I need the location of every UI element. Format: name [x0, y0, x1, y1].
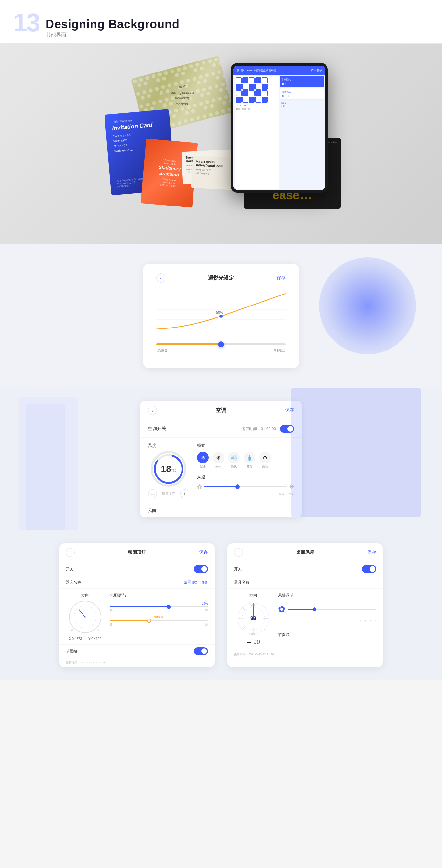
- topbar-title: PPFAR智慧楼盘销售系统: [247, 69, 276, 72]
- mode-fan[interactable]: 💨 送风: [228, 452, 240, 469]
- mode-auto-icon: ⚙: [259, 452, 271, 463]
- ceiling-light-card: ‹ 氛围顶灯 保存 开关 器具名称 氛围顶灯 修改 方向 N: [59, 544, 215, 668]
- ac-card-header: ‹ 空调 保存: [140, 401, 302, 421]
- mode-icons: ❄ 制冷 ☀ 制热 💨 送风 💧 除湿: [197, 452, 294, 469]
- ac-left-panel: 温度 18 °C — 添置温度 +: [148, 443, 189, 498]
- header-title-group: Designing Background 其他界面: [45, 18, 180, 38]
- ceiling-save-button[interactable]: 保存: [199, 550, 208, 555]
- slider-right-label: 明亮白: [274, 348, 286, 353]
- page-header: 13 Designing Background 其他界面: [0, 0, 442, 44]
- ceiling-header: ‹ 氛围顶灯 保存: [59, 544, 215, 562]
- fan-device-row: 器具名称: [227, 577, 383, 589]
- fan-direction-dial: 360 180 270 90 90: [235, 601, 271, 636]
- ceiling-device-edit[interactable]: 修改: [201, 580, 208, 585]
- blue-blob: [319, 257, 416, 354]
- mode-fan-icon: 💨: [228, 452, 240, 463]
- ceiling-device-value: 氛围顶灯: [184, 580, 199, 585]
- ipad-panel-2: 适宜挡式 ◉ ▢ ▢: [280, 88, 324, 100]
- fan-direction-label: 方向: [250, 593, 257, 598]
- brightness-slider-area[interactable]: 60% 暗 亮: [110, 602, 208, 613]
- mode-cool-label: 制冷: [200, 465, 206, 469]
- bright-right-label: 亮: [205, 609, 208, 613]
- fan-card: ‹ 桌面风扇 保存 开关 器具名称 方向: [227, 544, 383, 668]
- mode-auto[interactable]: ⚙ 自动: [259, 452, 271, 469]
- svg-line-15: [261, 607, 265, 610]
- fan-direction-svg: 360 180 270 90: [235, 601, 271, 636]
- ceiling-switch-toggle[interactable]: [194, 565, 208, 573]
- ac-power-label: 空调开关: [148, 426, 166, 432]
- save-button[interactable]: 保存: [277, 275, 286, 281]
- page-subtitle: 其他界面: [45, 32, 180, 38]
- ceiling-switch-label: 开关: [66, 566, 73, 572]
- temp-controls: — 添置温度 +: [148, 489, 189, 498]
- mode-heat-icon: ☀: [213, 452, 224, 463]
- ceiling-footer: 更新时间：2021-3-23 12:21:40: [59, 658, 215, 668]
- kelvin-track: [110, 620, 208, 621]
- ceiling-switch-row: 开关: [59, 562, 215, 577]
- ceiling-back-button[interactable]: ‹: [66, 548, 75, 557]
- fan-device-label: 器具名称: [234, 580, 250, 585]
- wind-speed-label: 风速: [197, 474, 294, 480]
- mode-dehumid[interactable]: 💧 除湿: [244, 452, 255, 469]
- hero-section: mailcorrespondencstationerymockup. Basic…: [0, 44, 442, 244]
- brightness-thumb: [167, 604, 171, 609]
- ipad-content: 233031 1000 · 2500 · 50 容积挡式 ▣ ▢ 适宜挡式 ◉ …: [233, 75, 325, 190]
- mode-cool[interactable]: ❄ 制冷: [197, 452, 209, 469]
- ac-card: ‹ 空调 保存 空调开关 运行时间：01:02:00 温度: [140, 401, 302, 518]
- slider-labels: 温馨黄 明亮白: [156, 348, 286, 353]
- kelvin-slider-area[interactable]: 3800K 暖 冷: [110, 616, 208, 627]
- fan-left: 方向: [234, 593, 273, 646]
- lighting-card: ‹ 遇悦光设定 保存 50%: [143, 264, 299, 368]
- ipad-panel-1: 容积挡式 ▣ ▢: [280, 76, 324, 87]
- topbar-dot-2: [241, 69, 244, 71]
- mode-fan-label: 送风: [231, 465, 237, 469]
- fan-header: ‹ 桌面风扇 保存: [227, 544, 383, 562]
- temp-arc-svg: [153, 453, 184, 485]
- ac-back-button[interactable]: ‹: [148, 406, 157, 415]
- mode-heat[interactable]: ☀ 制热: [213, 452, 224, 469]
- ac-power-toggle[interactable]: [280, 425, 294, 433]
- temp-minus-button[interactable]: —: [148, 489, 157, 498]
- mode-section: 模式 ❄ 制冷 ☀ 制热 💨 送风: [197, 443, 294, 469]
- wind-slider[interactable]: ✿ ❋: [197, 483, 294, 490]
- speed-2: 2: [365, 620, 367, 623]
- mode-dehumid-icon: 💧: [244, 452, 255, 463]
- ceiling-right: 光照调节 60% 暗 亮 3800K: [110, 593, 208, 641]
- card-header: ‹ 遇悦光设定 保存: [156, 274, 286, 282]
- kelvin-labels: 暖 冷: [110, 623, 208, 627]
- fan-save-button[interactable]: 保存: [367, 550, 376, 555]
- ac-card-title: 空调: [216, 407, 226, 414]
- ac-save-button[interactable]: 保存: [285, 407, 294, 413]
- wind-labels: 静音 自动: [197, 492, 294, 496]
- floor-plan: 233031 1000 · 2500 · 50: [234, 76, 279, 189]
- svg-line-14: [242, 607, 245, 610]
- topbar-dot: [236, 69, 239, 71]
- lighting-section: ‹ 遇悦光设定 保存 50%: [0, 244, 442, 388]
- kelvin-value: 3800K: [110, 616, 208, 619]
- fan-speed-slider[interactable]: [288, 609, 376, 610]
- color-x: X 0.4573: [69, 637, 82, 641]
- scene-toggle[interactable]: [194, 647, 208, 655]
- back-button[interactable]: ‹: [156, 274, 165, 282]
- fan-switch-toggle[interactable]: [362, 565, 376, 573]
- svg-line-17: [261, 626, 265, 630]
- fan-title: 桌面风扇: [296, 550, 314, 555]
- ac-main: 温度 18 °C — 添置温度 +: [140, 438, 302, 504]
- section-number: 13: [13, 10, 39, 36]
- fan-wind-label: 风档调节: [278, 593, 376, 598]
- ac-power-row: 空调开关 运行时间：01:02:00: [140, 421, 302, 438]
- wind-auto-label: 自动: [288, 492, 294, 496]
- slider-track: [156, 343, 286, 345]
- brightness-slider[interactable]: 温馨黄 明亮白: [156, 343, 286, 353]
- ipad-screen: PPFAR智慧楼盘销售系统 广 一整修: [233, 66, 325, 190]
- fan-back-button[interactable]: ‹: [234, 548, 243, 557]
- ceiling-main: 方向 N E W X 0.4573 Y 0.4100: [59, 589, 215, 644]
- wind-speed-section: 风速 ✿ ❋ 静音 自动: [197, 474, 294, 496]
- brightness-labels: 暗 亮: [110, 609, 208, 613]
- mode-heat-label: 制热: [216, 465, 221, 469]
- bright-left-label: 暗: [110, 609, 113, 613]
- ceiling-device-row: 器具名称 氛围顶灯 修改: [59, 577, 215, 589]
- mode-label: 模式: [197, 443, 294, 448]
- fan-switch-label: 开关: [234, 566, 242, 572]
- temp-plus-button[interactable]: +: [180, 489, 189, 498]
